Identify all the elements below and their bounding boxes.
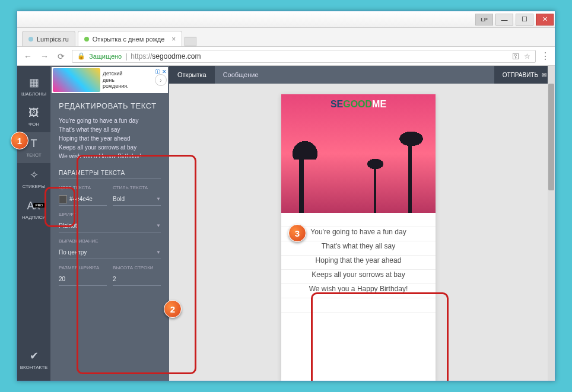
style-select[interactable]: Bold▼ — [113, 193, 161, 206]
ad-next-icon[interactable]: › — [155, 74, 167, 86]
font-select[interactable]: Plainot▼ — [59, 219, 161, 232]
minimize-button[interactable]: — — [495, 14, 513, 26]
ad-close-icon[interactable]: ⓘ ✕ — [155, 68, 167, 76]
profile-button[interactable]: LP — [475, 14, 493, 26]
templates-icon: ▦ — [29, 76, 39, 89]
secure-label: Защищено — [89, 53, 122, 60]
close-tab-icon[interactable]: × — [171, 35, 176, 43]
tab-message[interactable]: Сообщение — [215, 66, 267, 84]
chevron-down-icon: ▼ — [156, 250, 161, 255]
size-input[interactable]: 20 — [59, 273, 107, 286]
sidebar-label: ФОН — [28, 122, 39, 127]
style-label: СТИЛЬ ТЕКСТА — [113, 185, 161, 190]
browser-menu-button[interactable]: ⋮ — [541, 50, 550, 62]
editor-topbar: Открытка Сообщение ОТПРАВИТЬ✉ — [169, 66, 555, 84]
tab-card[interactable]: Открытка — [169, 66, 215, 84]
sidebar-label: НАДПИСИ — [22, 215, 46, 220]
address-row: ← → ⟳ 🔒 Защищено | https://segoodme.com … — [17, 47, 555, 66]
callout-marker-2: 2 — [164, 300, 182, 318]
ad-banner[interactable]: Детскийденьрождения. › ⓘ ✕ — [52, 67, 168, 93]
sidebar-label: ШАБЛОНЫ — [21, 91, 46, 97]
send-button[interactable]: ОТПРАВИТЬ✉ — [494, 66, 555, 84]
forward-button[interactable]: → — [39, 50, 50, 62]
image-icon: 🖼 — [28, 107, 39, 119]
size-label: РАЗМЕР ШРИФТА — [59, 265, 107, 270]
tab-lumpics[interactable]: Lumpics.ru — [22, 31, 75, 46]
chevron-down-icon: ▼ — [156, 223, 161, 228]
callout-marker-3: 3 — [288, 224, 306, 242]
window-titlebar: LP — ☐ ✕ — [17, 11, 555, 28]
tab-title: Lumpics.ru — [37, 36, 69, 43]
sidebar-item-captions[interactable]: PRO Aᴀ НАДПИСИ — [17, 194, 50, 225]
browser-window: LP — ☐ ✕ Lumpics.ru Открытка с днем рожд… — [17, 11, 555, 381]
lock-icon: 🔒 — [77, 52, 85, 60]
logo: SEGOODME — [331, 99, 386, 110]
key-icon[interactable]: ⚿ — [512, 52, 519, 60]
edit-text-title: РЕДАКТИРОВАТЬ ТЕКСТ — [59, 101, 161, 110]
star-icon[interactable]: ☆ — [524, 52, 530, 60]
color-label: ЦВЕТ ТЕКСТА — [59, 185, 107, 190]
chevron-down-icon: ▼ — [156, 196, 161, 202]
maximize-button[interactable]: ☐ — [516, 14, 533, 26]
font-label: ШРИФТ — [59, 212, 161, 217]
left-sidebar: ▦ ШАБЛОНЫ 🖼 ФОН T ТЕКСТ ✧ СТИКЕРЫ PRO Aᴀ… — [17, 66, 50, 381]
sidebar-item-background[interactable]: 🖼 ФОН — [17, 101, 50, 132]
align-label: ВЫРАВНИВАНИЕ — [59, 238, 161, 244]
sidebar-item-stickers[interactable]: ✧ СТИКЕРЫ — [17, 163, 50, 194]
ad-text: Детскийденьрождения. — [103, 71, 129, 90]
favicon-icon — [84, 37, 89, 42]
align-select[interactable]: По центру▼ — [59, 246, 161, 259]
lineheight-label: ВЫСОТА СТРОКИ — [113, 265, 161, 270]
ad-image — [53, 68, 100, 92]
lineheight-input[interactable]: 2 — [113, 273, 161, 286]
text-icon: T — [31, 138, 37, 150]
canvas-area: SEGOODME You're going to have a fun day … — [169, 84, 548, 381]
color-swatch — [59, 195, 67, 203]
new-tab-button[interactable] — [185, 37, 196, 46]
sidebar-item-templates[interactable]: ▦ ШАБЛОНЫ — [17, 71, 50, 101]
browser-tabs: Lumpics.ru Открытка с днем рожде × — [17, 28, 555, 47]
send-icon: ✉ — [542, 72, 546, 78]
text-editor[interactable]: You're going to have a fun day That's wh… — [59, 116, 161, 158]
address-bar[interactable]: 🔒 Защищено | https://segoodme.com ⚿ ☆ — [72, 50, 536, 63]
page-content: ▦ ШАБЛОНЫ 🖼 ФОН T ТЕКСТ ✧ СТИКЕРЫ PRO Aᴀ… — [17, 66, 555, 381]
edit-panel: Детскийденьрождения. › ⓘ ✕ РЕДАКТИРОВАТЬ… — [50, 66, 169, 381]
sidebar-item-vk[interactable]: ✔ ВКОНТАКТЕ — [17, 344, 50, 375]
color-input[interactable]: #4e4e4e — [59, 193, 107, 206]
vertical-scrollbar[interactable] — [548, 66, 555, 381]
back-button[interactable]: ← — [22, 50, 34, 62]
reload-button[interactable]: ⟳ — [55, 50, 67, 62]
sidebar-label: ТЕКСТ — [26, 152, 41, 158]
scrollbar-thumb[interactable] — [548, 84, 554, 190]
callout-marker-1: 1 — [11, 132, 28, 149]
url-text: https://segoodme.com — [131, 52, 201, 60]
params-title: ПАРАМЕТРЫ ТЕКСТА — [59, 170, 161, 179]
tab-title: Открытка с днем рожде — [93, 36, 165, 43]
sidebar-label: СТИКЕРЫ — [23, 184, 46, 189]
card-image: SEGOODME — [281, 94, 436, 213]
vk-icon: ✔ — [30, 349, 39, 362]
sidebar-label: ВКОНТАКТЕ — [20, 365, 48, 370]
pro-badge: PRO — [33, 203, 45, 208]
favicon-icon — [28, 37, 33, 42]
tab-segoodme[interactable]: Открытка с днем рожде × — [78, 31, 183, 46]
sticker-icon: ✧ — [30, 168, 39, 181]
close-button[interactable]: ✕ — [536, 14, 554, 26]
